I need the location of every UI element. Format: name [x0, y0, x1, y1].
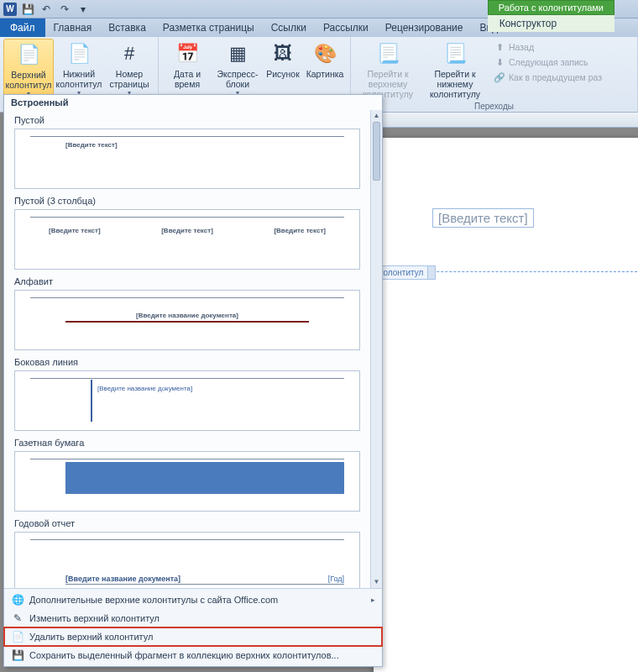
thumb-placeholder: [Введите название документа] [136, 312, 238, 319]
qat-customize-icon[interactable]: ▾ [76, 2, 91, 17]
header-button[interactable]: 📄 Верхний колонтитул [3, 39, 54, 100]
goto-header-icon: 📃 [374, 40, 401, 67]
scroll-up-icon[interactable]: ▲ [371, 110, 382, 122]
clipart-button[interactable]: 🎨 Картинка [303, 39, 347, 98]
gallery-remove-label: Удалить верхний колонтитул [29, 632, 153, 642]
app-icon: W [3, 3, 17, 16]
gallery-footer: 🌐 Дополнительные верхние колонтитулы с с… [4, 588, 382, 666]
clipart-label: Картинка [306, 69, 344, 79]
clipart-icon: 🎨 [311, 40, 338, 67]
goto-footer-button[interactable]: 📃 Перейти к нижнему колонтитулу [421, 39, 489, 101]
quick-parts-label: Экспресс-блоки [216, 69, 259, 89]
gallery-more-office[interactable]: 🌐 Дополнительные верхние колонтитулы с с… [4, 591, 382, 609]
gallery-item-sideline[interactable]: [Введите название документа] [14, 370, 360, 431]
contextual-tab-title: Работа с колонтитулами [488, 0, 614, 15]
next-icon: ⬇ [494, 56, 505, 68]
tab-file[interactable]: Файл [0, 18, 45, 37]
gallery-item-label: Годовой отчет [9, 517, 365, 530]
gallery-item-annual[interactable]: [Введите название документа] [Год] [14, 532, 360, 588]
page-number-button[interactable]: # Номер страницы [104, 39, 154, 100]
gallery-section-builtin: Встроенный [4, 95, 382, 110]
undo-icon[interactable]: ↶ [39, 2, 54, 17]
picture-label: Рисунок [266, 69, 300, 79]
gallery-remove-header[interactable]: 📄 Удалить верхний колонтитул [4, 627, 382, 646]
thumb-placeholder: [Введите текст] [161, 227, 213, 234]
thumb-placeholder: [Введите название документа] [65, 575, 180, 583]
thumb-year: [Год] [328, 575, 344, 583]
header-gallery: Встроенный Пустой [Введите текст] Пустой… [3, 94, 383, 667]
header-badge: колонтитул [374, 265, 436, 280]
group-navigation: 📃 Перейти к верхнему колонтитулу 📃 Перей… [351, 37, 638, 112]
gallery-edit-label: Изменить верхний колонтитул [29, 613, 160, 623]
footer-button[interactable]: 📄 Нижний колонтитул [54, 39, 104, 100]
redo-icon[interactable]: ↷ [57, 2, 72, 17]
gallery-item-blank-3col[interactable]: [Введите текст] [Введите текст] [Введите… [14, 209, 360, 270]
office-icon: 🌐 [11, 593, 24, 606]
link-icon: 🔗 [494, 71, 505, 83]
gallery-scroll: Пустой [Введите текст] Пустой (3 столбца… [4, 110, 382, 588]
scrollbar-thumb[interactable] [373, 122, 380, 181]
gallery-save-selection[interactable]: 💾 Сохранить выделенный фрагмент в коллек… [4, 646, 382, 664]
tab-insert[interactable]: Вставка [100, 18, 154, 37]
page: [Введите текст] колонтитул [374, 138, 638, 672]
ribbon-tabs: Файл Главная Вставка Разметка страницы С… [0, 18, 638, 37]
header-placeholder[interactable]: [Введите текст] [432, 208, 534, 228]
thumb-placeholder: [Введите текст] [49, 227, 101, 234]
goto-footer-label: Перейти к нижнему колонтитулу [425, 69, 485, 99]
tab-design[interactable]: Конструктор [488, 15, 614, 32]
gallery-more-label: Дополнительные верхние колонтитулы с сай… [29, 595, 278, 605]
remove-icon: 📄 [11, 630, 24, 643]
tab-mailings[interactable]: Рассылки [315, 18, 377, 37]
calendar-icon: 📅 [174, 40, 201, 67]
scroll-down-icon[interactable]: ▼ [371, 576, 382, 588]
picture-icon: 🖼 [269, 40, 296, 67]
gallery-item-label: Боковая линия [9, 355, 365, 369]
tab-home[interactable]: Главная [45, 18, 101, 37]
save-icon[interactable]: 💾 [20, 2, 35, 17]
footer-icon: 📄 [65, 40, 92, 67]
header-icon: 📄 [15, 41, 42, 68]
thumb-placeholder: [Введите текст] [65, 141, 118, 149]
group-navigation-label: Переходы [351, 102, 637, 111]
contextual-tab-group: Работа с колонтитулами Конструктор [488, 0, 614, 32]
tab-page-layout[interactable]: Разметка страницы [154, 18, 263, 37]
previous-button: ⬆Назад [492, 40, 604, 54]
gallery-item-label: Пустой (3 столбца) [9, 194, 365, 207]
footer-label: Нижний колонтитул [56, 69, 102, 89]
thumb-placeholder: [Введите текст] [274, 227, 326, 234]
gallery-item-label: Пустой [9, 113, 365, 127]
edit-icon: ✎ [11, 612, 24, 625]
tab-review[interactable]: Рецензирование [377, 18, 472, 37]
prev-icon: ⬆ [494, 41, 505, 53]
link-previous-label: Как в предыдущем раз [509, 72, 602, 82]
gallery-item-newsprint[interactable] [14, 451, 360, 512]
tab-references[interactable]: Ссылки [263, 18, 315, 37]
date-time-label: Дата и время [165, 69, 209, 89]
gallery-save-label: Сохранить выделенный фрагмент в коллекци… [29, 650, 339, 660]
blocks-icon: ▦ [224, 40, 251, 67]
next-button: ⬇Следующая запись [492, 55, 604, 69]
horizontal-ruler[interactable] [374, 113, 638, 128]
gallery-item-blank[interactable]: [Введите текст] [14, 129, 360, 189]
previous-label: Назад [509, 42, 534, 52]
hash-icon: # [116, 40, 143, 67]
gallery-item-alphabet[interactable]: [Введите название документа] [14, 290, 360, 350]
picture-button[interactable]: 🖼 Рисунок [263, 39, 303, 98]
goto-footer-icon: 📃 [442, 40, 468, 67]
quick-parts-button[interactable]: ▦ Экспресс-блоки [212, 39, 263, 98]
next-label: Следующая запись [509, 57, 588, 67]
save-selection-icon: 💾 [11, 648, 24, 662]
header-label: Верхний колонтитул [6, 70, 52, 90]
page-number-label: Номер страницы [107, 69, 151, 89]
date-time-button[interactable]: 📅 Дата и время [162, 39, 212, 98]
gallery-edit-header[interactable]: ✎ Изменить верхний колонтитул [4, 609, 382, 627]
goto-header-button: 📃 Перейти к верхнему колонтитулу [354, 39, 421, 101]
gallery-item-label: Алфавит [9, 275, 365, 288]
gallery-item-label: Газетная бумага [9, 436, 365, 449]
link-previous-button: 🔗Как в предыдущем раз [492, 71, 604, 84]
thumb-placeholder: [Введите название документа] [97, 385, 192, 392]
gallery-scrollbar[interactable]: ▲ ▼ [370, 110, 382, 588]
page-header-region[interactable]: [Введите текст] колонтитул [374, 138, 638, 272]
